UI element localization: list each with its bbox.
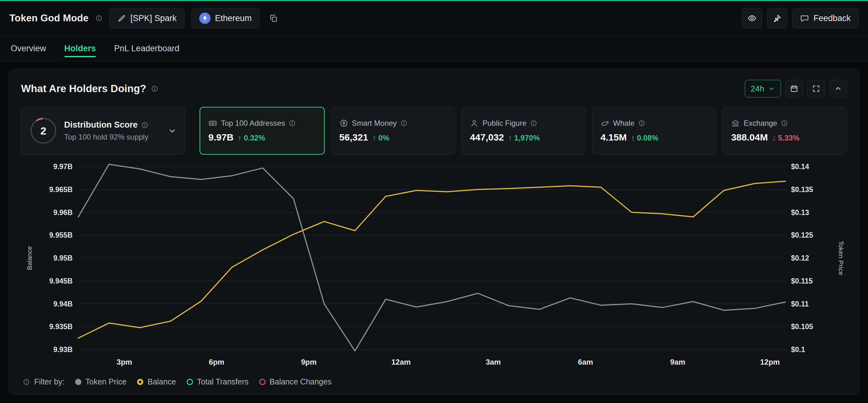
- copy-address-button[interactable]: [267, 8, 280, 28]
- person-icon: [470, 119, 478, 128]
- legend-item-total-transfers[interactable]: Total Transfers: [187, 377, 249, 386]
- info-icon[interactable]: [23, 378, 30, 385]
- calendar-button[interactable]: [785, 80, 803, 97]
- legend-label: Total Transfers: [197, 377, 249, 386]
- svg-text:$0.12: $0.12: [791, 254, 809, 262]
- feedback-button[interactable]: Feedback: [792, 8, 859, 28]
- watch-button[interactable]: [742, 8, 762, 28]
- holders-balance-price-chart[interactable]: 9.97B$0.149.965B$0.1359.96B$0.139.955B$0…: [21, 157, 847, 374]
- chain-selector-label: Ethereum: [215, 13, 252, 23]
- eye-icon: [747, 13, 757, 23]
- svg-text:$0.105: $0.105: [791, 322, 813, 331]
- stat-change: ↑ 0.08%: [631, 133, 658, 143]
- chevron-down-icon: [768, 85, 775, 92]
- legend-item-balance-changes[interactable]: Balance Changes: [259, 377, 332, 386]
- svg-text:$0.125: $0.125: [791, 231, 813, 239]
- svg-text:9.94B: 9.94B: [54, 300, 72, 308]
- info-icon[interactable]: [151, 85, 158, 92]
- legend-label: Balance: [147, 377, 176, 386]
- timeframe-dropdown[interactable]: 24h: [745, 80, 781, 97]
- stat-value: 447,032: [470, 132, 504, 143]
- tab-bar: Overview Holders PnL Leaderboard: [0, 35, 868, 61]
- chevron-down-icon[interactable]: [168, 126, 177, 135]
- svg-text:3am: 3am: [486, 358, 501, 366]
- svg-text:12am: 12am: [391, 358, 410, 366]
- distribution-score-gauge: 2: [30, 117, 57, 145]
- info-icon[interactable]: [781, 120, 788, 127]
- chain-selector-button[interactable]: Ethereum: [191, 8, 259, 28]
- stat-card-public-figure[interactable]: Public Figure 447,032 ↑ 1,970%: [461, 107, 586, 155]
- distribution-score-card[interactable]: 2 Distribution Score Top 100 hold 92% su…: [21, 107, 185, 155]
- svg-text:12pm: 12pm: [760, 358, 780, 366]
- token-price-chip: [75, 379, 82, 385]
- svg-text:$0.115: $0.115: [791, 277, 813, 285]
- info-icon[interactable]: [142, 122, 148, 129]
- info-icon[interactable]: [96, 15, 102, 22]
- ethereum-icon: [199, 12, 211, 24]
- tab-overview[interactable]: Overview: [11, 36, 46, 61]
- balance-changes-chip: [259, 379, 266, 385]
- stat-card-whale[interactable]: Whale 4.15M ↑ 0.08%: [592, 107, 716, 155]
- stat-card-top-100-addresses[interactable]: Top 100 Addresses 9.97B ↑ 0.32%: [199, 107, 324, 155]
- svg-text:6am: 6am: [578, 358, 593, 366]
- svg-text:$0.11: $0.11: [791, 300, 809, 308]
- holders-chart-area: 9.97B$0.149.965B$0.1359.96B$0.139.955B$0…: [21, 157, 847, 374]
- pencil-icon: [117, 14, 126, 23]
- pin-icon: [772, 13, 782, 23]
- stat-card-exchange[interactable]: Exchange 388.04M ↓ 5.33%: [722, 107, 847, 155]
- collapse-button[interactable]: [829, 80, 847, 97]
- whale-icon: [600, 119, 609, 128]
- distribution-score-value: 2: [30, 117, 57, 145]
- svg-text:Token Price: Token Price: [838, 241, 845, 275]
- svg-text:9am: 9am: [670, 358, 685, 366]
- svg-text:Balance: Balance: [26, 246, 33, 270]
- token-selector-button[interactable]: [SPK] Spark: [110, 8, 184, 28]
- stat-card-smart-money[interactable]: Smart Money 56,321 ↑ 0%: [331, 107, 455, 155]
- legend-label: Balance Changes: [270, 377, 332, 386]
- page-title: Token God Mode: [9, 12, 89, 24]
- svg-text:$0.135: $0.135: [791, 185, 813, 194]
- stat-label: Exchange: [744, 119, 777, 128]
- distribution-score-subtitle: Top 100 hold 92% supply: [64, 133, 161, 142]
- tab-pnl-leaderboard[interactable]: PnL Leaderboard: [114, 36, 180, 61]
- stat-change: ↑ 0.32%: [238, 133, 265, 143]
- info-icon[interactable]: [289, 120, 296, 127]
- balance-chip: [137, 379, 143, 385]
- svg-text:$0.13: $0.13: [791, 209, 809, 217]
- chat-bubble-icon: [800, 14, 809, 23]
- stat-value: 56,321: [339, 132, 368, 143]
- stat-label: Public Figure: [483, 119, 526, 128]
- svg-text:3pm: 3pm: [117, 358, 132, 366]
- svg-text:9pm: 9pm: [301, 358, 316, 366]
- panel-title: What Are Holders Doing?: [21, 83, 146, 95]
- info-icon[interactable]: [638, 120, 645, 127]
- holders-panel: What Are Holders Doing? 24h: [8, 69, 860, 395]
- main-content: What Are Holders Doing? 24h: [0, 61, 868, 403]
- distribution-score-label: Distribution Score: [64, 120, 138, 130]
- info-icon[interactable]: [530, 120, 537, 127]
- token-selector-label: [SPK] Spark: [130, 13, 177, 23]
- feedback-label: Feedback: [813, 13, 851, 23]
- banknote-icon: [208, 119, 217, 128]
- stat-value: 9.97B: [208, 132, 234, 143]
- svg-text:$0.1: $0.1: [791, 345, 805, 354]
- bank-icon: [731, 119, 740, 128]
- stat-change: ↑ 1,970%: [508, 133, 540, 143]
- fullscreen-button[interactable]: [807, 80, 825, 97]
- stat-change: ↓ 5.33%: [772, 133, 800, 143]
- legend-item-token-price[interactable]: Token Price: [75, 377, 127, 386]
- svg-text:9.955B: 9.955B: [49, 231, 72, 239]
- pin-button[interactable]: [767, 8, 787, 28]
- stat-label: Whale: [613, 119, 634, 128]
- svg-text:9.945B: 9.945B: [49, 277, 72, 285]
- total-transfers-chip: [187, 379, 193, 385]
- legend-item-balance[interactable]: Balance: [137, 377, 176, 386]
- legend-label: Token Price: [86, 377, 127, 386]
- svg-text:$0.14: $0.14: [791, 162, 809, 171]
- copy-icon: [269, 13, 278, 23]
- info-icon[interactable]: [400, 120, 407, 127]
- coin-icon: [339, 119, 348, 128]
- stat-value: 4.15M: [600, 132, 627, 143]
- svg-text:9.93B: 9.93B: [54, 345, 72, 354]
- tab-holders[interactable]: Holders: [64, 36, 96, 61]
